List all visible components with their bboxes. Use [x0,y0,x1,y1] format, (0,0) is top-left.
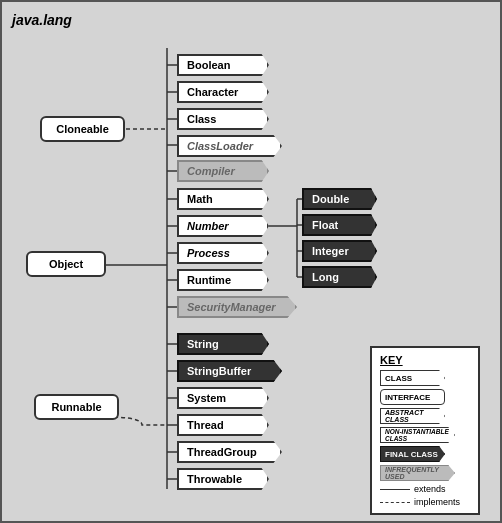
key-infrequent-box: INFREQUENTLY USED [380,465,455,481]
runnable-label: Runnable [51,401,101,413]
system-class: System [177,387,269,409]
key-extends-label: extends [414,484,446,494]
key-final-item: FINAL CLASS [380,446,470,462]
integer-class: Integer [302,240,377,262]
float-class: Float [302,214,377,236]
key-final-label: FINAL CLASS [385,450,438,459]
long-class: Long [302,266,377,288]
runnable-interface: Runnable [34,394,119,420]
key-noninstantiable-label: NON-INSTANTIABLE CLASS [385,428,454,442]
key-abstract-item: ABSTRACT CLASS [380,408,470,424]
class-class: Class [177,108,269,130]
compiler-class: Compiler [177,160,269,182]
key-abstract-box: ABSTRACT CLASS [380,408,445,424]
key-noninstantiable-box: NON-INSTANTIABLE CLASS [380,427,455,443]
stringbuffer-class: StringBuffer [177,360,282,382]
key-noninstantiable-item: NON-INSTANTIABLE CLASS [380,427,470,443]
runtime-class: Runtime [177,269,269,291]
threadgroup-class: ThreadGroup [177,441,282,463]
cloneable-label: Cloneable [56,123,109,135]
key-interface-box: INTERFACE [380,389,445,405]
cloneable-interface: Cloneable [40,116,125,142]
key-class-box: CLASS [380,370,445,386]
key-final-box: FINAL CLASS [380,446,445,462]
process-class: Process [177,242,269,264]
boolean-class: Boolean [177,54,269,76]
string-class: String [177,333,269,355]
key-class-item: CLASS [380,370,470,386]
key-extends-item: extends [380,484,470,494]
key-infrequent-label: INFREQUENTLY USED [385,466,454,480]
key-abstract-label: ABSTRACT CLASS [385,409,444,423]
key-implements-item: implements [380,497,470,507]
key-implements-label: implements [414,497,460,507]
diagram-area: Cloneable Object Runnable Boolean Charac… [12,36,490,516]
object-interface: Object [26,251,106,277]
package-title: java.lang [12,12,490,28]
key-container: KEY CLASS INTERFACE ABSTRACT CLASS NON-I… [370,346,480,515]
key-extends-line [380,489,410,490]
main-container: java.lang [0,0,502,523]
object-label: Object [49,258,83,270]
key-infrequent-item: INFREQUENTLY USED [380,465,470,481]
key-title: KEY [380,354,470,366]
key-interface-item: INTERFACE [380,389,470,405]
number-class: Number [177,215,269,237]
thread-class: Thread [177,414,269,436]
double-class: Double [302,188,377,210]
key-interface-label: INTERFACE [385,393,430,402]
securitymanager-class: SecurityManager [177,296,297,318]
key-class-label: CLASS [385,374,412,383]
key-implements-line [380,502,410,503]
math-class: Math [177,188,269,210]
throwable-class: Throwable [177,468,269,490]
character-class: Character [177,81,269,103]
classloader-class: ClassLoader [177,135,282,157]
